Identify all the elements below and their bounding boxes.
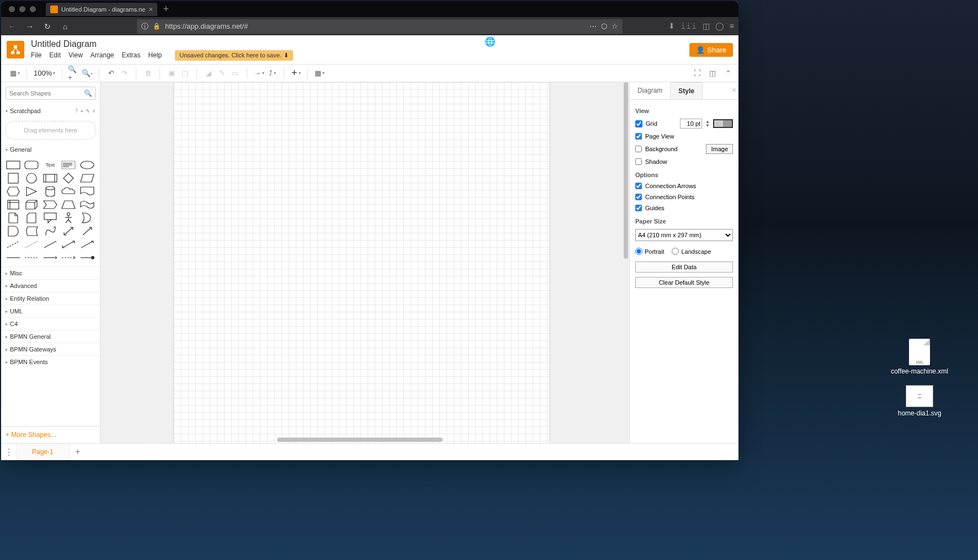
menu-file[interactable]: File: [31, 51, 41, 59]
zoom-in-button[interactable]: 🔍+: [68, 67, 80, 79]
canvas-area[interactable]: [100, 82, 629, 443]
help-icon[interactable]: ?: [75, 108, 78, 114]
shape-triangle[interactable]: [24, 186, 39, 197]
grid-color-swatch[interactable]: [713, 119, 733, 128]
menu-edit[interactable]: Edit: [49, 51, 61, 59]
zoom-dropdown[interactable]: 100%: [33, 69, 56, 77]
shape-directional-connector[interactable]: [79, 239, 95, 250]
background-checkbox[interactable]: [635, 146, 642, 152]
reload-button[interactable]: ↻: [41, 20, 54, 33]
menu-icon[interactable]: ≡: [730, 22, 734, 31]
shape-step[interactable]: [42, 199, 58, 210]
grid-size-input[interactable]: [680, 119, 702, 129]
delete-button[interactable]: 🗑: [142, 67, 154, 79]
shape-actor[interactable]: [61, 212, 76, 223]
menu-help[interactable]: Help: [148, 51, 162, 59]
shape-card[interactable]: [24, 212, 39, 223]
shape-arrow[interactable]: [79, 226, 95, 237]
document-title[interactable]: Untitled Diagram: [31, 39, 293, 49]
paper-size-select[interactable]: A4 (210 mm x 297 mm): [635, 229, 733, 241]
url-field[interactable]: ⓘ 🔒 https://app.diagrams.net/# ⋯ ⬡ ☆: [137, 19, 623, 34]
page-view-checkbox[interactable]: [635, 133, 642, 140]
close-tab-icon[interactable]: ×: [148, 5, 153, 14]
shape-circle[interactable]: [24, 173, 39, 184]
language-icon[interactable]: 🌐: [485, 36, 496, 47]
table-dropdown[interactable]: ▦: [313, 67, 326, 79]
shape-cylinder[interactable]: [42, 186, 58, 197]
insert-dropdown[interactable]: +: [290, 67, 302, 79]
zoom-out-button[interactable]: 🔍-: [81, 67, 93, 79]
edit-icon[interactable]: ✎: [86, 108, 90, 114]
forward-button[interactable]: →: [23, 20, 36, 33]
shadow-button[interactable]: ▭: [229, 67, 241, 79]
line-color-button[interactable]: ✎: [216, 67, 228, 79]
section-c4[interactable]: C4: [1, 317, 100, 330]
shape-callout[interactable]: [42, 212, 58, 223]
tab-diagram[interactable]: Diagram: [630, 82, 670, 99]
shadow-checkbox[interactable]: [635, 158, 642, 165]
scratchpad-header[interactable]: Scratchpad ? + ✎ ×: [6, 106, 95, 115]
share-button[interactable]: 👤 Share: [689, 43, 733, 57]
page-actions-icon[interactable]: ⋯: [589, 22, 597, 30]
section-bpmn-general[interactable]: BPMN General: [1, 330, 100, 343]
view-mode-dropdown[interactable]: ▦: [9, 67, 21, 79]
shape-internal-storage[interactable]: [6, 199, 21, 210]
shape-and[interactable]: [6, 226, 21, 237]
fill-color-button[interactable]: ◢: [203, 67, 215, 79]
landscape-radio[interactable]: [672, 248, 679, 255]
undo-button[interactable]: ↶: [105, 67, 117, 79]
add-icon[interactable]: +: [80, 108, 83, 114]
downloads-icon[interactable]: ⬇: [668, 22, 675, 31]
menu-extras[interactable]: Extras: [122, 51, 141, 59]
edit-data-button[interactable]: Edit Data: [635, 262, 733, 273]
menu-arrange[interactable]: Arrange: [91, 51, 114, 59]
shape-note[interactable]: [6, 212, 21, 223]
section-bpmn-gateways[interactable]: BPMN Gateways: [1, 343, 100, 355]
shape-diamond[interactable]: [61, 173, 76, 184]
to-front-button[interactable]: ▣: [166, 67, 178, 79]
page-tab-1[interactable]: Page-1: [17, 444, 70, 460]
desktop-file-svg[interactable]: ▫▫▫▫▫▫ home-dia1.svg: [898, 385, 942, 417]
shape-link[interactable]: [6, 252, 21, 263]
shape-rounded-rect[interactable]: [24, 159, 39, 170]
shape-dotted-line[interactable]: [24, 239, 39, 250]
add-page-button[interactable]: +: [70, 447, 86, 457]
image-button[interactable]: Image: [706, 144, 733, 154]
shape-circle-edge[interactable]: [79, 252, 95, 263]
shape-document[interactable]: [79, 186, 95, 197]
connection-dropdown[interactable]: →: [253, 67, 265, 79]
vertical-scrollbar[interactable]: [624, 82, 628, 259]
browser-tab[interactable]: Untitled Diagram - diagrams.ne ×: [46, 3, 157, 16]
minimize-window-btn[interactable]: [19, 6, 25, 12]
shape-bidirectional-arrow[interactable]: [61, 226, 76, 237]
shape-textbox[interactable]: [61, 159, 76, 170]
shape-square[interactable]: [6, 173, 21, 184]
general-header[interactable]: General: [6, 145, 95, 154]
close-panel-icon[interactable]: ×: [732, 86, 736, 94]
scratchpad-dropzone[interactable]: Drag elements here: [6, 121, 95, 140]
bookmark-star-icon[interactable]: ☆: [612, 22, 618, 30]
shape-process[interactable]: [42, 173, 58, 184]
app-logo[interactable]: [7, 41, 24, 58]
redo-button[interactable]: ↷: [118, 67, 130, 79]
back-button[interactable]: ←: [6, 20, 19, 33]
shape-dashed-line[interactable]: [6, 239, 21, 250]
shape-dashed-link[interactable]: [24, 252, 39, 263]
maximize-window-btn[interactable]: [30, 6, 36, 12]
grid-checkbox[interactable]: [635, 120, 642, 127]
shape-rectangle[interactable]: [6, 159, 21, 170]
shape-cube[interactable]: [24, 199, 39, 210]
shape-arrow-edge[interactable]: [42, 252, 58, 263]
section-misc[interactable]: Misc: [1, 266, 100, 279]
desktop-file-xml[interactable]: coffee-machine.xml: [891, 339, 948, 375]
connection-points-checkbox[interactable]: [635, 194, 642, 200]
page-menu-button[interactable]: ⋮: [1, 444, 17, 460]
shape-data-storage[interactable]: [24, 226, 39, 237]
format-panel-toggle[interactable]: ◫: [706, 67, 719, 79]
section-bpmn-events[interactable]: BPMN Events: [1, 355, 100, 368]
shape-bidirectional-connector[interactable]: [61, 239, 76, 250]
library-icon[interactable]: 𝚒𝚒𝚒: [681, 22, 697, 31]
close-window-btn[interactable]: [9, 6, 15, 12]
shape-line[interactable]: [42, 239, 58, 250]
shape-curve[interactable]: [42, 226, 58, 237]
